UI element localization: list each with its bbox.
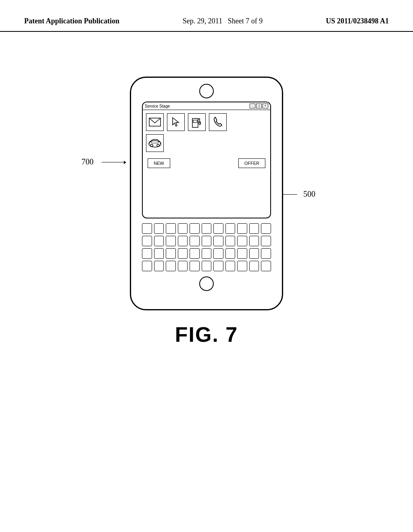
key[interactable] — [178, 223, 188, 234]
key[interactable] — [166, 236, 176, 246]
key[interactable] — [154, 248, 164, 259]
key[interactable] — [225, 223, 236, 234]
label-700-arrow — [102, 162, 126, 162]
key[interactable] — [178, 248, 188, 259]
key[interactable] — [178, 261, 188, 271]
new-button[interactable]: NEW — [148, 158, 170, 168]
key-row-4 — [142, 261, 271, 271]
icon-row-2 — [146, 134, 267, 152]
cursor-svg — [172, 117, 180, 127]
key[interactable] — [237, 223, 247, 234]
key[interactable] — [178, 236, 188, 246]
svg-rect-3 — [193, 120, 197, 123]
key[interactable] — [249, 261, 259, 271]
key[interactable] — [142, 261, 152, 271]
gas-icon-box[interactable] — [188, 113, 206, 131]
icon-row-1 — [146, 113, 267, 131]
service-stage-window: Service Stage □ ◫ ✕ — [143, 102, 270, 218]
label-500: 500 — [303, 189, 315, 199]
key[interactable] — [202, 261, 212, 271]
button-row: NEW OFFER — [146, 158, 267, 168]
key[interactable] — [190, 261, 200, 271]
key[interactable] — [190, 236, 200, 246]
key[interactable] — [202, 223, 212, 234]
key[interactable] — [213, 223, 223, 234]
phone-screen: Service Stage □ ◫ ✕ — [142, 102, 271, 218]
key[interactable] — [225, 261, 236, 271]
key[interactable] — [190, 248, 200, 259]
date-sheet-info: Sep. 29, 2011 Sheet 7 of 9 — [183, 16, 263, 26]
close-button[interactable]: ✕ — [263, 104, 268, 108]
cursor-icon-box[interactable] — [167, 113, 185, 131]
patent-number: US 2011/0238498 A1 — [326, 16, 389, 26]
key[interactable] — [237, 248, 247, 259]
figure-label: FIG. 7 — [175, 322, 238, 347]
key[interactable] — [213, 236, 223, 246]
key[interactable] — [154, 261, 164, 271]
car-svg — [148, 137, 162, 149]
key[interactable] — [213, 248, 223, 259]
figure-area: 700 500 Service Stage □ ◫ ✕ — [0, 56, 413, 532]
window-controls: □ ◫ ✕ — [250, 104, 268, 108]
pub-date: Sep. 29, 2011 — [183, 17, 222, 25]
key[interactable] — [225, 248, 236, 259]
svg-rect-2 — [192, 118, 198, 127]
publication-label: Patent Application Publication — [24, 16, 119, 26]
key[interactable] — [261, 261, 271, 271]
phone-icon-box[interactable] — [209, 113, 227, 131]
minimize-button[interactable]: □ — [250, 104, 255, 108]
key[interactable] — [190, 223, 200, 234]
key[interactable] — [142, 248, 152, 259]
key[interactable] — [142, 223, 152, 234]
key-row-3 — [142, 248, 271, 259]
key[interactable] — [249, 248, 259, 259]
home-button[interactable] — [199, 276, 214, 291]
sheet-info: Sheet 7 of 9 — [228, 17, 263, 25]
offer-button[interactable]: OFFER — [238, 158, 265, 168]
key[interactable] — [154, 236, 164, 246]
email-svg — [149, 118, 161, 127]
device-wrapper: 700 500 Service Stage □ ◫ ✕ — [130, 77, 283, 310]
gas-svg — [192, 116, 202, 128]
window-title: Service Stage — [145, 104, 170, 108]
label-700: 700 — [81, 157, 94, 166]
key[interactable] — [142, 236, 152, 246]
phone-svg — [213, 116, 223, 128]
camera-circle — [199, 84, 214, 98]
key[interactable] — [213, 261, 223, 271]
key[interactable] — [249, 223, 259, 234]
key[interactable] — [166, 261, 176, 271]
car-icon-box[interactable] — [146, 134, 164, 152]
window-titlebar: Service Stage □ ◫ ✕ — [143, 102, 270, 110]
key[interactable] — [237, 236, 247, 246]
key[interactable] — [225, 236, 236, 246]
phone-device: Service Stage □ ◫ ✕ — [130, 77, 283, 310]
svg-marker-1 — [173, 118, 179, 126]
page-header: Patent Application Publication Sep. 29, … — [0, 16, 413, 32]
key[interactable] — [202, 236, 212, 246]
key[interactable] — [202, 248, 212, 259]
key[interactable] — [249, 236, 259, 246]
window-content: NEW OFFER — [143, 110, 270, 218]
keyboard — [142, 223, 271, 273]
email-icon-box[interactable] — [146, 113, 164, 131]
key[interactable] — [261, 223, 271, 234]
restore-button[interactable]: ◫ — [256, 104, 262, 108]
key[interactable] — [154, 223, 164, 234]
key[interactable] — [166, 248, 176, 259]
key[interactable] — [166, 223, 176, 234]
key-row-2 — [142, 236, 271, 246]
key[interactable] — [261, 236, 271, 246]
key[interactable] — [261, 248, 271, 259]
key[interactable] — [237, 261, 247, 271]
key-row-1 — [142, 223, 271, 234]
